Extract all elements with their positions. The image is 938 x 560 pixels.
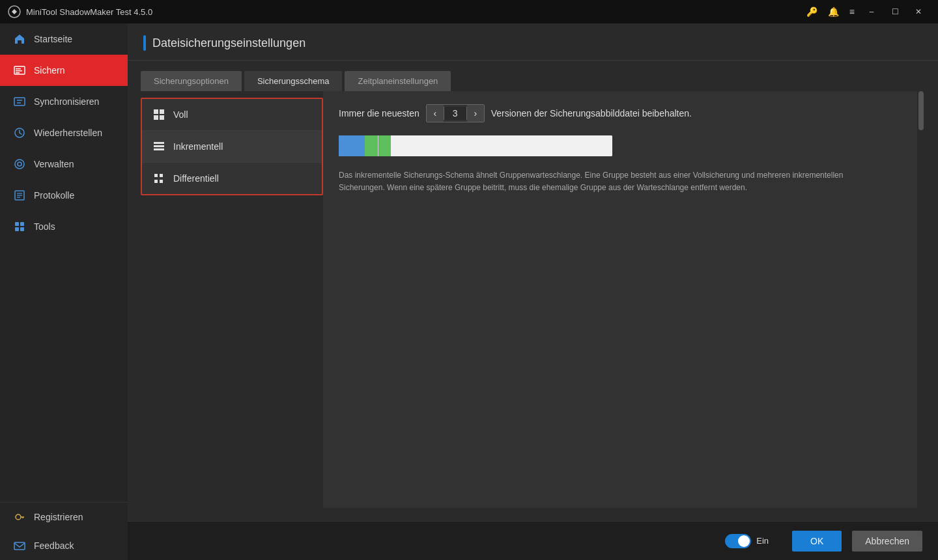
tools-icon: [13, 220, 26, 233]
sidebar-label-startseite: Startseite: [34, 34, 72, 44]
log-icon: [13, 189, 26, 202]
maximize-button[interactable]: ☐: [883, 0, 907, 23]
bar-segment-inc1: [365, 135, 378, 156]
tab-sicherungsoptionen[interactable]: Sicherungsoptionen: [141, 71, 242, 91]
close-button[interactable]: ✕: [907, 0, 930, 23]
schema-item-inkrementell[interactable]: Inkrementell: [142, 131, 322, 163]
bell-icon[interactable]: 🔔: [828, 7, 839, 17]
sidebar-label-wiederherstellen: Wiederherstellen: [34, 128, 102, 138]
svg-rect-29: [154, 148, 164, 150]
menu-icon[interactable]: ≡: [849, 7, 855, 17]
app-title: MiniTool ShadowMaker Test 4.5.0: [26, 7, 152, 17]
inkrementell-icon: [152, 140, 165, 153]
ok-button[interactable]: OK: [792, 531, 842, 552]
differentiell-icon: [152, 172, 165, 185]
svg-rect-28: [154, 145, 164, 147]
sidebar-item-registrieren[interactable]: Registrieren: [0, 503, 128, 531]
svg-rect-32: [154, 180, 158, 183]
toggle-switch[interactable]: [725, 534, 751, 548]
sidebar-item-verwalten[interactable]: Verwalten: [0, 148, 128, 180]
schema-label-voll: Voll: [173, 109, 188, 120]
sidebar-bottom: Registrieren Feedback: [0, 502, 128, 560]
version-counter: ‹ 3 ›: [426, 104, 485, 122]
settings-content: Voll Inkrementell: [128, 91, 938, 521]
minimize-button[interactable]: –: [860, 0, 883, 23]
sidebar-item-sichern[interactable]: Sichern: [0, 55, 128, 86]
sidebar-item-startseite[interactable]: Startseite: [0, 23, 128, 55]
mail-icon: [13, 539, 26, 552]
svg-rect-3: [16, 70, 22, 72]
svg-rect-23: [154, 109, 158, 114]
version-label-after: Versionen der Sicherungsabbilddatei beib…: [491, 108, 692, 119]
svg-rect-17: [15, 227, 19, 231]
bottom-bar: Ein OK Abbrechen: [128, 521, 938, 560]
svg-rect-15: [15, 222, 19, 226]
schema-list: Voll Inkrementell: [141, 98, 323, 195]
schema-label-differentiell: Differentiell: [173, 173, 219, 184]
tab-zeitplaneinstellungen[interactable]: Zeitplaneinstellungen: [345, 71, 451, 91]
sync-icon: [13, 95, 26, 108]
svg-point-10: [18, 162, 21, 166]
sidebar-item-tools[interactable]: Tools: [0, 211, 128, 242]
version-value: 3: [444, 107, 467, 120]
svg-rect-24: [160, 109, 164, 114]
sidebar-label-synchronisieren: Synchronisieren: [34, 96, 99, 107]
bar-segment-inc2: [378, 135, 391, 156]
voll-icon: [152, 108, 165, 121]
tabs-row: Sicherungsoptionen Sicherungsschema Zeit…: [128, 61, 938, 91]
tab-sicherungsschema[interactable]: Sicherungsschema: [244, 71, 343, 91]
scrollbar-thumb[interactable]: [918, 91, 924, 130]
svg-rect-16: [20, 222, 24, 226]
svg-rect-26: [160, 115, 164, 120]
svg-rect-2: [16, 68, 21, 70]
bar-segment-full: [339, 135, 365, 156]
manage-icon: [13, 158, 26, 171]
svg-rect-22: [14, 542, 25, 550]
bar-segment-empty: [391, 135, 612, 156]
app-logo-icon: [8, 5, 21, 18]
schema-description: Das inkrementelle Sicherungs-Schema ähne…: [339, 169, 860, 194]
sidebar: Startseite Sichern Synchr: [0, 23, 128, 560]
svg-rect-30: [154, 174, 158, 177]
version-decrement-button[interactable]: ‹: [427, 105, 444, 122]
svg-rect-27: [154, 142, 164, 144]
svg-rect-33: [160, 180, 163, 183]
header-accent: [143, 35, 146, 51]
toggle-label: Ein: [756, 536, 769, 546]
version-increment-button[interactable]: ›: [467, 105, 484, 122]
main-layout: Startseite Sichern Synchr: [0, 23, 938, 560]
sidebar-label-tools: Tools: [34, 221, 55, 232]
schema-item-voll[interactable]: Voll: [142, 99, 322, 131]
content-area: Dateisicherungseinstellungen Sicherungso…: [128, 23, 938, 560]
sidebar-item-wiederherstellen[interactable]: Wiederherstellen: [0, 117, 128, 148]
svg-rect-25: [154, 115, 158, 120]
key-sidebar-icon: [13, 511, 26, 524]
svg-rect-4: [16, 72, 20, 74]
schema-detail-panel: Immer die neuesten ‹ 3 › Versionen der S…: [323, 91, 917, 508]
home-icon: [13, 33, 26, 46]
schema-item-differentiell[interactable]: Differentiell: [142, 163, 322, 194]
cancel-button[interactable]: Abbrechen: [852, 531, 922, 552]
sidebar-item-protokolle[interactable]: Protokolle: [0, 180, 128, 211]
restore-icon: [13, 126, 26, 139]
schema-label-inkrementell: Inkrementell: [173, 141, 223, 152]
key-icon[interactable]: 🔑: [806, 7, 817, 17]
svg-point-19: [16, 514, 21, 520]
sidebar-label-registrieren: Registrieren: [34, 512, 83, 522]
sidebar-item-feedback[interactable]: Feedback: [0, 531, 128, 560]
svg-point-9: [15, 160, 24, 169]
version-label-before: Immer die neuesten: [339, 108, 419, 119]
schema-bar: [339, 135, 612, 156]
sidebar-item-synchronisieren[interactable]: Synchronisieren: [0, 86, 128, 117]
svg-rect-31: [160, 174, 163, 177]
toggle-row: Ein: [725, 534, 769, 548]
scrollbar[interactable]: [917, 91, 925, 508]
sidebar-label-sichern: Sichern: [34, 65, 64, 76]
page-header: Dateisicherungseinstellungen: [128, 23, 938, 61]
sidebar-label-feedback: Feedback: [34, 540, 74, 551]
svg-rect-5: [14, 98, 25, 105]
sidebar-label-protokolle: Protokolle: [34, 190, 74, 201]
sidebar-label-verwalten: Verwalten: [34, 159, 74, 169]
page-title: Dateisicherungseinstellungen: [152, 36, 306, 50]
titlebar: MiniTool ShadowMaker Test 4.5.0 🔑 🔔 ≡ – …: [0, 0, 938, 23]
